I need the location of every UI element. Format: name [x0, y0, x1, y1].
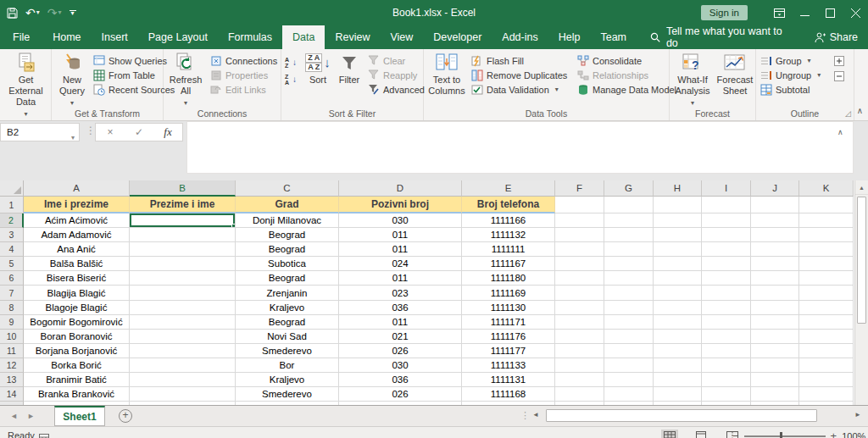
- cell-J8[interactable]: [751, 301, 799, 315]
- cell-K4[interactable]: [799, 242, 854, 257]
- filter-button[interactable]: Filter: [334, 52, 364, 86]
- cell-H7[interactable]: [654, 286, 702, 300]
- cell-A9[interactable]: Bogomir Bogomirović: [24, 315, 130, 330]
- cell-B1[interactable]: Prezime i ime: [130, 197, 236, 213]
- cell-G12[interactable]: [604, 358, 654, 373]
- cell-E11[interactable]: 1111177: [462, 344, 555, 358]
- cell-C8[interactable]: Kraljevo: [236, 301, 339, 315]
- cell-E1[interactable]: Broj telefona: [462, 197, 555, 213]
- cell-I12[interactable]: [702, 358, 751, 373]
- page-layout-view-button[interactable]: [693, 430, 709, 438]
- tab-add-ins[interactable]: Add-ins: [492, 25, 548, 49]
- collapse-ribbon-icon[interactable]: ∧: [857, 106, 863, 115]
- cell-I9[interactable]: [702, 315, 751, 330]
- cell-B5[interactable]: [130, 257, 236, 271]
- cell-I6[interactable]: [702, 271, 751, 286]
- cell-J13[interactable]: [751, 373, 799, 387]
- column-header-K[interactable]: K: [799, 180, 854, 197]
- column-header-E[interactable]: E: [462, 180, 555, 197]
- cell-B2[interactable]: [130, 213, 236, 228]
- tab-review[interactable]: Review: [325, 25, 380, 49]
- tab-page-layout[interactable]: Page Layout: [138, 25, 218, 49]
- cell-E13[interactable]: 1111131: [462, 373, 555, 387]
- cell-B14[interactable]: [130, 387, 236, 402]
- cell-J7[interactable]: [751, 286, 799, 300]
- sort-descending-button[interactable]: ZA↓: [285, 71, 303, 88]
- cell-B11[interactable]: [130, 344, 236, 358]
- cell-D14[interactable]: 026: [339, 387, 462, 402]
- connections-button[interactable]: Connections: [209, 53, 281, 68]
- cell-K8[interactable]: [799, 301, 854, 315]
- cell-K2[interactable]: [799, 213, 854, 228]
- text-to-columns-button[interactable]: Text to Columns: [426, 52, 467, 97]
- cell-F4[interactable]: [555, 242, 604, 257]
- previous-sheet-arrow-icon[interactable]: ◄: [10, 412, 18, 420]
- subtotal-button[interactable]: Subtotal: [760, 82, 827, 97]
- show-queries-button[interactable]: Show Queries: [92, 53, 164, 68]
- advanced-filter-button[interactable]: Advanced: [367, 82, 423, 97]
- cell-D2[interactable]: 030: [339, 213, 462, 228]
- row-header-8[interactable]: 8: [0, 301, 24, 315]
- cell-I5[interactable]: [702, 257, 751, 271]
- fill-handle[interactable]: [231, 224, 236, 228]
- cell-K9[interactable]: [799, 315, 854, 330]
- save-button[interactable]: [7, 8, 18, 19]
- cell-F5[interactable]: [555, 257, 604, 271]
- column-header-F[interactable]: F: [555, 180, 604, 197]
- zoom-slider-knob[interactable]: [780, 432, 782, 438]
- data-validation-button[interactable]: Data Validation ▾: [470, 82, 576, 97]
- tab-home[interactable]: Home: [42, 25, 91, 49]
- cell-G7[interactable]: [604, 286, 654, 300]
- scroll-left-arrow-icon[interactable]: ◄: [532, 411, 539, 419]
- ribbon-display-options-button[interactable]: [766, 0, 792, 25]
- sort-button[interactable]: Z AA Z↓ Sort: [303, 52, 332, 86]
- collapse-formula-bar-icon[interactable]: ∧: [837, 128, 843, 136]
- cell-D7[interactable]: 023: [339, 286, 462, 300]
- row-header-5[interactable]: 5: [0, 257, 24, 271]
- row-header-10[interactable]: 10: [0, 330, 24, 344]
- sheet-tab-sheet1[interactable]: Sheet1: [54, 406, 105, 426]
- scroll-up-arrow-icon[interactable]: ▲: [855, 180, 868, 195]
- cell-C9[interactable]: Beograd: [236, 315, 339, 330]
- row-header-4[interactable]: 4: [0, 242, 24, 257]
- recent-sources-button[interactable]: Recent Sources: [92, 82, 164, 97]
- cell-C10[interactable]: Novi Sad: [236, 330, 339, 344]
- name-box-caret-icon[interactable]: ▾: [71, 130, 75, 147]
- cell-C5[interactable]: Subotica: [236, 257, 339, 271]
- cell-H6[interactable]: [654, 271, 702, 286]
- column-header-J[interactable]: J: [751, 180, 799, 197]
- new-sheet-button[interactable]: +: [119, 409, 132, 423]
- cell-G10[interactable]: [604, 330, 654, 344]
- cell-C12[interactable]: Bor: [236, 358, 339, 373]
- cell-A14[interactable]: Branka Branković: [24, 387, 130, 402]
- cell-K7[interactable]: [799, 286, 854, 300]
- cell-K3[interactable]: [799, 228, 854, 242]
- zoom-slider[interactable]: [744, 435, 826, 437]
- cell-J10[interactable]: [751, 330, 799, 344]
- from-table-button[interactable]: From Table: [92, 68, 164, 82]
- tab-help[interactable]: Help: [548, 25, 591, 49]
- cell-F3[interactable]: [555, 228, 604, 242]
- row-header-14[interactable]: 14: [0, 387, 24, 402]
- cell-D3[interactable]: 011: [339, 228, 462, 242]
- redo-button[interactable]: ↷▾: [47, 7, 62, 19]
- cell-H13[interactable]: [654, 373, 702, 387]
- cell-C13[interactable]: Kraljevo: [236, 373, 339, 387]
- column-header-A[interactable]: A: [24, 180, 130, 197]
- cancel-icon[interactable]: ×: [96, 126, 125, 138]
- cell-B4[interactable]: [130, 242, 236, 257]
- tab-data[interactable]: Data: [282, 25, 325, 49]
- cell-A10[interactable]: Boran Boranović: [24, 330, 130, 344]
- group-button[interactable]: Group ▾: [760, 53, 827, 68]
- cell-A12[interactable]: Borka Borić: [24, 358, 130, 373]
- cell-B12[interactable]: [130, 358, 236, 373]
- cell-F7[interactable]: [555, 286, 604, 300]
- insert-function-icon[interactable]: fx: [153, 125, 182, 139]
- cell-C2[interactable]: Donji Milanovac: [236, 213, 339, 228]
- cell-J12[interactable]: [751, 358, 799, 373]
- properties-button[interactable]: Properties: [209, 68, 281, 82]
- tab-file[interactable]: File: [0, 25, 42, 49]
- tab-team[interactable]: Team: [590, 25, 637, 49]
- name-box[interactable]: B2▾: [0, 123, 80, 141]
- cell-J5[interactable]: [751, 257, 799, 271]
